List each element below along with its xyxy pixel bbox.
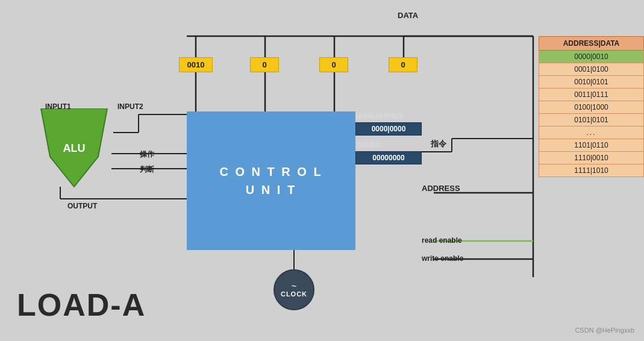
- op-label2: 判断: [140, 164, 154, 175]
- input2-label: INPUT2: [117, 102, 143, 111]
- op-label1: 操作: [140, 149, 154, 160]
- data-label: DATA: [398, 11, 418, 20]
- reg-box-0: 0010: [179, 57, 213, 72]
- pc-value: 00000000: [355, 151, 422, 164]
- control-unit-label: C O N T R O L U N I T: [219, 163, 322, 199]
- memory-row-5: 0101|0101: [539, 114, 644, 127]
- ir-label: 操作码|操作地址: [355, 111, 422, 120]
- memory-table: ADDRESS|DATA 0000|0010 0001|0100 0010|01…: [539, 36, 644, 177]
- ir-value: 0000|0000: [355, 122, 422, 136]
- zhiling-label: 指令: [431, 139, 446, 149]
- memory-row-1: 0001|0100: [539, 63, 644, 76]
- clock-symbol: ~: [292, 282, 296, 290]
- memory-row-4: 0100|1000: [539, 101, 644, 114]
- reg-box-3: 0: [389, 57, 417, 72]
- clock-component: ~ CLOCK: [274, 269, 314, 310]
- memory-row-dots: ...: [539, 127, 644, 139]
- output-label: OUTPUT: [67, 202, 97, 210]
- control-unit-box: C O N T R O L U N I T: [187, 111, 355, 250]
- info-box-area: 操作码|操作地址 0000|0000 当前指令 00000000: [355, 111, 422, 168]
- memory-row-3: 0011|0111: [539, 89, 644, 101]
- memory-row-6: 1101|0110: [539, 139, 644, 152]
- memory-row-8: 1111|1010: [539, 164, 644, 177]
- memory-row-7: 1110|0010: [539, 152, 644, 164]
- memory-row-2: 0010|0101: [539, 76, 644, 89]
- reg-box-1: 0: [250, 57, 279, 72]
- svg-text:ALU: ALU: [63, 142, 86, 154]
- alu-shape: ALU: [35, 108, 113, 207]
- page-title: LOAD-A: [17, 287, 146, 323]
- write-enable-label: write enable: [422, 254, 463, 263]
- memory-row-0: 0000|0010: [539, 51, 644, 63]
- clock-label: CLOCK: [281, 290, 307, 298]
- reg-box-2: 0: [319, 57, 348, 72]
- address-label: ADDRESS: [422, 184, 460, 193]
- memory-header: ADDRESS|DATA: [539, 36, 644, 51]
- watermark: CSDN @HePingxxb: [575, 327, 634, 334]
- pc-label: 当前指令: [355, 140, 422, 149]
- read-enable-label: read enable: [422, 236, 462, 245]
- input1-label: INPUT1: [45, 102, 71, 111]
